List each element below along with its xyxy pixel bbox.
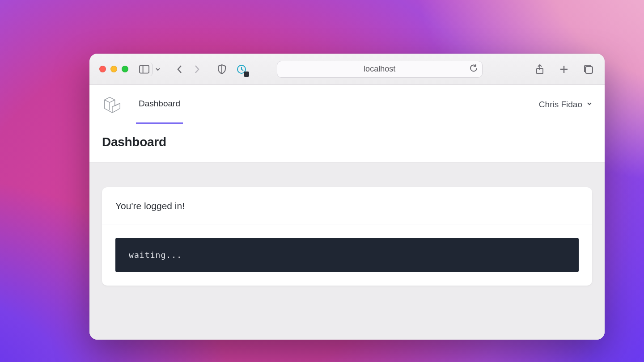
address-bar[interactable]: localhost — [277, 61, 483, 78]
chevron-down-icon — [586, 100, 593, 109]
browser-toolbar: localhost — [89, 54, 605, 85]
nav-tab-label: Dashboard — [139, 99, 180, 109]
back-button[interactable] — [173, 63, 186, 76]
welcome-text: You're logged in! — [102, 187, 592, 224]
svg-rect-8 — [585, 67, 593, 73]
shield-icon[interactable] — [215, 63, 229, 76]
app-navbar: Dashboard Chris Fidao — [89, 85, 605, 124]
forward-button — [190, 63, 203, 76]
nav-history-group — [173, 63, 203, 76]
nav-tab-dashboard[interactable]: Dashboard — [136, 85, 183, 124]
sidebar-toggle-group — [139, 63, 162, 76]
maximize-window-button[interactable] — [122, 66, 128, 72]
sidebar-toggle-icon[interactable] — [139, 63, 153, 76]
page-content: Dashboard Chris Fidao Dashboard You're l… — [89, 85, 605, 340]
user-menu[interactable]: Chris Fidao — [539, 85, 593, 124]
address-bar-text: localhost — [364, 64, 395, 74]
dashboard-card: You're logged in! waiting... — [102, 187, 592, 286]
minimize-window-button[interactable] — [110, 66, 117, 72]
user-menu-label: Chris Fidao — [539, 100, 582, 109]
tabs-overview-icon[interactable] — [581, 63, 595, 76]
reload-icon[interactable] — [470, 64, 478, 74]
share-icon[interactable] — [533, 63, 547, 76]
content-area: You're logged in! waiting... — [89, 162, 605, 298]
close-window-button[interactable] — [99, 66, 106, 72]
terminal-output: waiting... — [115, 238, 579, 272]
new-tab-icon[interactable] — [557, 63, 571, 76]
page-title: Dashboard — [102, 135, 592, 149]
extension-icon[interactable] — [235, 63, 248, 76]
chevron-down-icon[interactable] — [153, 63, 162, 76]
window-controls — [99, 66, 128, 72]
toolbar-right — [533, 63, 595, 76]
lock-icon — [244, 72, 249, 77]
browser-window: localhost — [89, 54, 605, 340]
svg-rect-0 — [140, 65, 149, 73]
laravel-logo-icon[interactable] — [101, 85, 123, 124]
page-header: Dashboard — [89, 124, 605, 162]
